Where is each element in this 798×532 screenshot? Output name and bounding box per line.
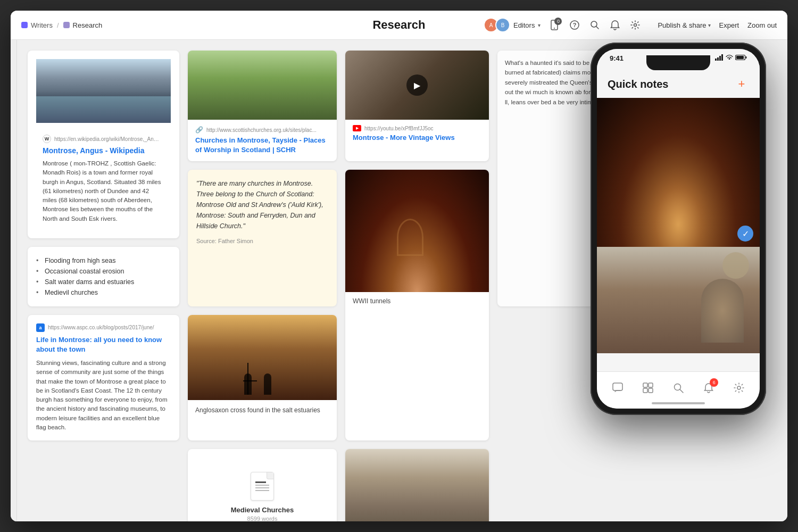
doc-card: Medieval Churches 8599 words	[188, 449, 337, 521]
zoom-button[interactable]: Zoom out	[747, 21, 777, 29]
notification-icon[interactable]	[610, 20, 620, 30]
phone-scene-image	[597, 247, 760, 353]
svg-rect-16	[649, 383, 653, 387]
search-icon[interactable]	[589, 20, 600, 30]
writers-label: Writers	[31, 21, 53, 29]
svg-rect-14	[613, 383, 622, 390]
doc-title: Medieval Churches	[231, 506, 294, 514]
left-edge	[11, 40, 17, 521]
editors-label[interactable]: Editors	[513, 21, 535, 29]
video-link[interactable]: Montrose - More Vintage Views	[345, 134, 489, 148]
wiki-icon: W	[43, 135, 51, 143]
aspc-icon: a	[36, 323, 45, 332]
cross-card: Anglosaxon cross found in the salt estua…	[188, 315, 337, 440]
svg-rect-15	[643, 383, 647, 387]
canvas-grid: W https://en.wikipedia.org/wiki/Montrose…	[28, 51, 639, 521]
top-icons: 0 ?	[549, 20, 641, 30]
bullet-item: Occasional coastal erosion	[36, 266, 171, 277]
add-note-button[interactable]: +	[734, 77, 749, 92]
phone-grid-icon[interactable]	[636, 376, 660, 400]
quote-source: Source: Father Simon	[196, 238, 328, 244]
breadcrumb-writers[interactable]: Writers	[21, 21, 53, 29]
phone-search-icon[interactable]	[667, 376, 690, 400]
phone-settings-icon[interactable]	[727, 376, 751, 400]
youtube-icon	[353, 125, 361, 131]
breadcrumb-separator: /	[57, 21, 59, 29]
notification-badge: 6	[710, 378, 718, 387]
phone-chat-icon[interactable]	[606, 376, 629, 400]
page-title: Research	[372, 18, 425, 32]
video-source: https://youtu.be/xPfBmfJJ5oc	[345, 120, 489, 134]
church-url: http://www.scottishchurches.org.uk/sites…	[206, 127, 317, 133]
phone-time: 9:41	[610, 54, 624, 62]
svg-rect-9	[719, 56, 721, 61]
life-source-row: a https://www.aspc.co.uk/blog/posts/2017…	[36, 323, 171, 332]
bullet-item: Medievil churches	[36, 287, 171, 298]
publish-share-button[interactable]: Publish & share ▾	[658, 21, 710, 29]
breadcrumb: Writers / Research	[21, 21, 102, 29]
doc-line-header	[255, 481, 266, 483]
svg-rect-18	[649, 388, 653, 393]
editors-chevron-icon: ▾	[538, 22, 541, 28]
svg-rect-12	[746, 56, 747, 59]
page-dot	[63, 22, 70, 28]
svg-rect-13	[736, 56, 744, 59]
phone-home-indicator	[652, 402, 705, 404]
video-thumbnail: ▶	[345, 51, 489, 120]
doc-word-count: 8599 words	[247, 516, 278, 521]
phone-notch	[646, 55, 710, 70]
church-link[interactable]: Churches in Montrose, Tayside - Places o…	[188, 136, 337, 161]
wiki-body: Montrose ( mon-TROHZ , Scottish Gaelic: …	[43, 159, 164, 223]
phone-tunnel-image: ✓	[597, 98, 760, 247]
phone-status-icons	[715, 54, 747, 61]
breadcrumb-current-label: Research	[73, 21, 103, 29]
church-source: 🔗 http://www.scottishchurches.org.uk/sit…	[188, 120, 337, 136]
wikipedia-card: W https://en.wikipedia.org/wiki/Montrose…	[28, 51, 179, 238]
checkmark-icon: ✓	[742, 229, 749, 239]
svg-rect-10	[721, 54, 723, 61]
doc-line-3	[255, 490, 269, 491]
svg-rect-8	[717, 57, 719, 61]
life-card: a https://www.aspc.co.uk/blog/posts/2017…	[28, 315, 179, 440]
quote-card: "There are many churches in Montrose. Th…	[188, 170, 337, 306]
phone-notification-icon[interactable]: 6	[697, 376, 720, 400]
svg-rect-7	[715, 59, 717, 61]
svg-point-6	[634, 24, 637, 27]
street-image	[345, 449, 489, 521]
life-link[interactable]: Life in Montrose: all you need to know a…	[36, 335, 171, 354]
avatar-group: A B	[484, 18, 510, 32]
tunnel-card: WWII tunnels	[345, 170, 489, 440]
video-url: https://youtu.be/xPfBmfJJ5oc	[364, 126, 434, 131]
play-button[interactable]: ▶	[406, 74, 428, 96]
bullets-card: Flooding from high seas Occasional coast…	[28, 247, 179, 306]
avatar-2: B	[495, 18, 510, 32]
editors-area[interactable]: A B Editors ▾	[484, 18, 541, 32]
cross-caption: Anglosaxon cross found in the salt estua…	[188, 400, 337, 420]
wiki-source: W https://en.wikipedia.org/wiki/Montrose…	[43, 135, 164, 143]
quote-text: "There are many churches in Montrose. Th…	[196, 178, 328, 231]
breadcrumb-current: Research	[63, 21, 103, 29]
tunnel-caption: WWII tunnels	[345, 292, 489, 310]
phone-checkmark-badge: ✓	[737, 226, 753, 242]
expert-button[interactable]: Expert	[719, 21, 739, 29]
bullet-item: Salt water dams and estuaries	[36, 277, 171, 287]
cross-image	[188, 315, 337, 400]
wiki-link[interactable]: Montrose, Angus - Wikipedia	[43, 146, 164, 155]
life-body: Stunning views, fascinating culture and …	[36, 359, 171, 432]
link-icon: 🔗	[195, 126, 203, 134]
doc-line-1	[255, 485, 269, 486]
mobile-badge: 0	[554, 18, 562, 25]
street-card	[345, 449, 489, 521]
settings-icon[interactable]	[630, 20, 641, 30]
life-url: https://www.aspc.co.uk/blog/posts/2017/j…	[48, 325, 154, 330]
doc-icon	[251, 472, 274, 501]
svg-line-20	[680, 389, 683, 393]
svg-line-5	[596, 27, 599, 29]
phone-content: ✓	[597, 98, 760, 402]
help-icon[interactable]: ?	[569, 20, 580, 30]
tunnel-image	[345, 170, 489, 292]
mobile-icon[interactable]: 0	[549, 20, 560, 30]
bullet-item: Flooding from high seas	[36, 255, 171, 266]
svg-rect-17	[643, 388, 647, 393]
publish-chevron-icon: ▾	[708, 22, 711, 28]
